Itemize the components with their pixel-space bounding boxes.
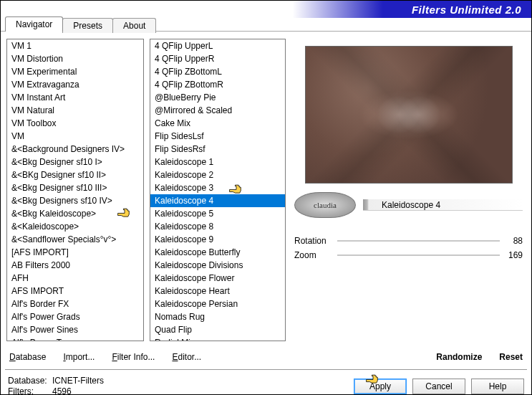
list-item[interactable]: Kaleidoscope Persian xyxy=(150,298,285,310)
slider-row: Zoom169 xyxy=(294,248,523,262)
current-filter-name: Kaleidoscope 4 xyxy=(363,199,523,211)
help-button[interactable]: Help xyxy=(471,379,524,394)
tab-strip: Navigator Presets About xyxy=(5,16,531,32)
list-item[interactable]: &<Background Designers IV> xyxy=(7,143,143,156)
preview-image xyxy=(305,46,513,184)
list-item[interactable]: Kaleidoscope 1 xyxy=(150,156,285,168)
db-label: Database: xyxy=(8,376,52,386)
list-item[interactable]: &<Bkg Designer sf10 III> xyxy=(7,181,143,194)
list-item[interactable]: VM 1 xyxy=(7,39,143,52)
link-button-row: Database Import... Filter Info... Editor… xyxy=(1,346,531,368)
list-item[interactable]: [AFS IMPORT] xyxy=(7,246,143,259)
preview-panel: claudia Kaleidoscope 4 Rotation88Zoom169 xyxy=(291,39,526,341)
list-item[interactable]: Kaleidoscope 5 xyxy=(150,207,285,220)
list-item[interactable]: Alf's Border FX xyxy=(7,298,143,310)
category-listbox[interactable]: VM 1VM DistortionVM ExperimentalVM Extra… xyxy=(6,39,144,341)
list-item[interactable]: &<Bkg Designers sf10 IV> xyxy=(7,194,143,207)
list-item[interactable]: Radial Mirror xyxy=(150,336,285,341)
list-item[interactable]: Kaleidoscope 3 xyxy=(150,181,285,194)
list-item[interactable]: &<Kaleidoscope> xyxy=(7,220,143,233)
list-item[interactable]: AFH xyxy=(7,272,143,285)
list-item[interactable]: VM Instant Art xyxy=(7,91,143,104)
list-item[interactable]: VM Extravaganza xyxy=(7,78,143,91)
slider-track[interactable] xyxy=(337,237,500,245)
list-item[interactable]: Kaleidoscope Heart xyxy=(150,285,285,298)
list-item[interactable]: AFS IMPORT xyxy=(7,285,143,298)
list-item[interactable]: Alf's Power Toys xyxy=(7,336,143,341)
list-item[interactable]: Kaleidoscope 9 xyxy=(150,233,285,246)
editor-button[interactable]: Editor... xyxy=(170,349,203,365)
filter-listbox[interactable]: 4 QFlip UpperL4 QFlip UpperR4 QFlip ZBot… xyxy=(150,39,286,341)
tab-presets[interactable]: Presets xyxy=(62,18,113,33)
list-item[interactable]: @Mirrored & Scaled xyxy=(150,104,285,117)
list-item[interactable]: Kaleidoscope Butterfly xyxy=(150,246,285,259)
tab-navigator[interactable]: Navigator xyxy=(5,16,63,32)
list-item[interactable]: 4 QFlip UpperL xyxy=(150,39,285,52)
title-bar: Filters Unlimited 2.0 xyxy=(1,1,531,18)
list-item[interactable]: 4 QFlip ZBottomR xyxy=(150,78,285,91)
slider-track[interactable] xyxy=(337,251,500,260)
status-text: Database: ICNET-Filters Filters: 4596 xyxy=(8,376,104,395)
list-item[interactable]: Kaleidoscope 8 xyxy=(150,220,285,233)
list-item[interactable]: &<BKg Designer sf10 II> xyxy=(7,168,143,181)
list-item[interactable]: @BlueBerry Pie xyxy=(150,91,285,104)
list-item[interactable]: VM Experimental xyxy=(7,65,143,78)
list-item[interactable]: &<Bkg Kaleidoscope> xyxy=(7,207,143,220)
db-value: ICNET-Filters xyxy=(52,376,104,386)
list-item[interactable]: Alf's Power Sines xyxy=(7,323,143,336)
list-item[interactable]: AB Filters 2000 xyxy=(7,259,143,272)
slider-label: Rotation xyxy=(294,236,337,246)
slider-group: Rotation88Zoom169 xyxy=(291,234,526,262)
list-item[interactable]: &<Sandflower Specials°v°> xyxy=(7,233,143,246)
slider-value: 88 xyxy=(500,236,523,246)
cancel-button[interactable]: Cancel xyxy=(412,379,465,394)
filters-label: Filters: xyxy=(8,386,52,395)
list-item[interactable]: Kaleidoscope Flower xyxy=(150,272,285,285)
list-item[interactable]: &<Bkg Designer sf10 I> xyxy=(7,156,143,168)
list-item[interactable]: VM Distortion xyxy=(7,52,143,65)
randomize-button[interactable]: Randomize xyxy=(435,349,483,365)
footer: Database: ICNET-Filters Filters: 4596 Ap… xyxy=(1,371,531,395)
apply-button[interactable]: Apply xyxy=(354,379,407,394)
app-title: Filters Unlimited 2.0 xyxy=(412,4,521,16)
list-item[interactable]: VM xyxy=(7,130,143,143)
filters-value: 4596 xyxy=(52,386,72,395)
database-button[interactable]: Database xyxy=(8,349,47,365)
slider-row: Rotation88 xyxy=(294,234,523,248)
filter-title-row: claudia Kaleidoscope 4 xyxy=(291,192,526,218)
list-item[interactable]: Kaleidoscope 4 xyxy=(150,194,285,207)
slider-value: 169 xyxy=(500,250,523,260)
list-item[interactable]: Cake Mix xyxy=(150,117,285,130)
list-item[interactable]: Quad Flip xyxy=(150,323,285,336)
list-item[interactable]: 4 QFlip UpperR xyxy=(150,52,285,65)
list-item[interactable]: Alf's Power Grads xyxy=(7,310,143,323)
list-item[interactable]: VM Toolbox xyxy=(7,117,143,130)
import-button[interactable]: Import... xyxy=(62,349,96,365)
list-item[interactable]: VM Natural xyxy=(7,104,143,117)
list-item[interactable]: Flip SidesRsf xyxy=(150,143,285,156)
list-item[interactable]: 4 QFlip ZBottomL xyxy=(150,65,285,78)
filter-info-button[interactable]: Filter Info... xyxy=(110,349,156,365)
list-item[interactable]: Kaleidoscope Divisions xyxy=(150,259,285,272)
author-logo: claudia xyxy=(294,192,356,218)
reset-button[interactable]: Reset xyxy=(498,349,524,365)
list-item[interactable]: Flip SidesLsf xyxy=(150,130,285,143)
list-item[interactable]: Kaleidoscope 2 xyxy=(150,168,285,181)
list-item[interactable]: Nomads Rug xyxy=(150,310,285,323)
main-panel: VM 1VM DistortionVM ExperimentalVM Extra… xyxy=(1,32,531,346)
slider-label: Zoom xyxy=(294,250,337,260)
tab-about[interactable]: About xyxy=(112,18,156,33)
